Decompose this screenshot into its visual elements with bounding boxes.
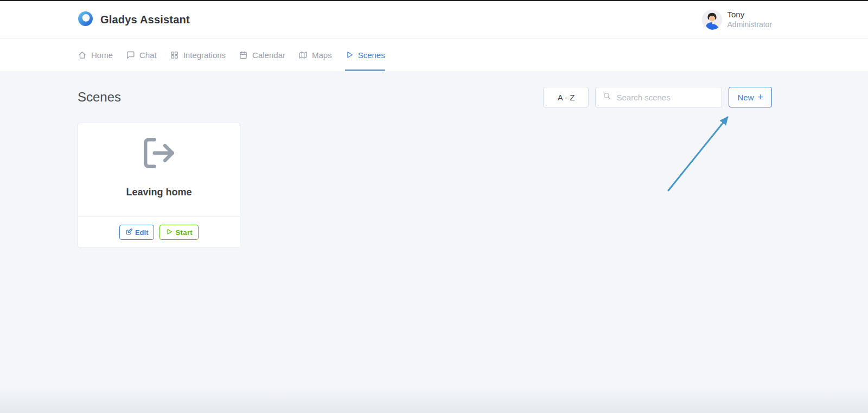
play-icon (165, 228, 173, 237)
search-input[interactable] (616, 93, 714, 102)
tab-home[interactable]: Home (78, 39, 113, 71)
tab-label: Calendar (252, 50, 285, 60)
new-scene-label: New (737, 93, 754, 102)
edit-scene-button[interactable]: Edit (119, 225, 155, 240)
calendar-icon (239, 50, 248, 60)
tab-maps[interactable]: Maps (298, 39, 332, 71)
app-title: Gladys Assistant (100, 14, 190, 26)
chat-icon (126, 50, 135, 60)
avatar (702, 10, 722, 30)
page-title: Scenes (78, 90, 121, 105)
tab-scenes[interactable]: Scenes (345, 39, 385, 71)
scenes-page: Scenes A - Z New + Leaving home (0, 71, 868, 248)
scene-card: Leaving home Edit Start (78, 123, 240, 248)
sort-select[interactable]: A - Z (543, 87, 589, 107)
tab-label: Home (91, 50, 113, 60)
sign-out-icon (141, 135, 177, 173)
brand: Gladys Assistant (78, 11, 190, 29)
tab-label: Chat (139, 50, 157, 60)
tab-label: Scenes (358, 50, 385, 60)
tab-label: Integrations (183, 50, 226, 60)
tab-calendar[interactable]: Calendar (239, 39, 285, 71)
home-icon (78, 50, 87, 60)
tab-integrations[interactable]: Integrations (170, 39, 226, 71)
new-scene-button[interactable]: New + (729, 87, 772, 107)
main-nav: Home Chat Integrations Calendar Maps (0, 39, 868, 71)
scene-name: Leaving home (126, 187, 192, 198)
bottom-shadow (0, 387, 868, 413)
scene-card-grid: Leaving home Edit Start (78, 123, 772, 248)
integrations-icon (170, 50, 179, 60)
plus-icon: + (757, 92, 763, 102)
search-icon (603, 92, 611, 103)
user-name: Tony (727, 10, 772, 20)
scenes-icon (345, 50, 354, 59)
edit-label: Edit (135, 228, 149, 237)
tab-label: Maps (312, 50, 332, 60)
maps-icon (298, 50, 308, 60)
user-menu[interactable]: Tony Administrator (702, 10, 772, 30)
user-role: Administrator (727, 20, 772, 30)
tab-chat[interactable]: Chat (126, 39, 157, 71)
start-label: Start (175, 228, 193, 237)
app-header: Gladys Assistant Tony Administrator (0, 1, 868, 39)
search-field (595, 87, 722, 107)
edit-icon (125, 228, 133, 237)
gladys-logo-icon (78, 11, 93, 29)
start-scene-button[interactable]: Start (159, 225, 199, 240)
